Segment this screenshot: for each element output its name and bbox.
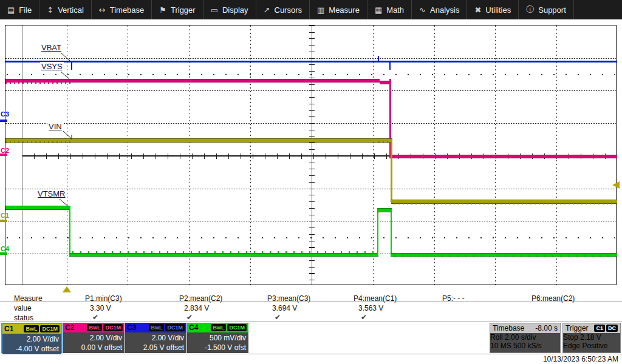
trigger-icon: ⚑ — [159, 5, 166, 15]
menu-item-trigger[interactable]: ⚑Trigger — [152, 0, 203, 19]
channel-scale: 2.00 V/div — [66, 333, 122, 343]
trace-label-vtsmr: VTSMR — [36, 189, 67, 198]
trace-label-vin: VIN — [47, 122, 63, 131]
menu-item-label: Cursors — [275, 5, 302, 15]
measure-p4-value: 3.563 V — [358, 304, 383, 312]
channel-scale: 2.00 V/div — [5, 334, 59, 344]
coupling-badge: DC1M — [40, 325, 60, 332]
channel-offset-marker-c1[interactable] — [0, 220, 7, 222]
trace-vin-falling-edge — [391, 138, 392, 202]
trace-vbat-notch — [378, 56, 379, 61]
timebase-title: Timebase — [493, 324, 524, 332]
bandwidth-limit-badge: BwL — [211, 324, 226, 331]
trace-vin-noise — [5, 141, 73, 143]
timebase-record-length: 10 MS — [490, 342, 511, 350]
timebase-box[interactable]: Timebase -8.00 s Roll 2.00 s/div 10 MS 5… — [490, 323, 561, 353]
timebase-position: -8.00 s — [535, 324, 558, 332]
measure-p2-status: ✔ — [186, 313, 193, 322]
menu-item-support[interactable]: ⓘSupport — [519, 0, 574, 19]
trace-vbat-notch — [71, 62, 72, 70]
measure-row-header: value — [14, 304, 32, 312]
coupling-badge: DC1M — [227, 324, 247, 331]
channel-scale: 2.00 V/div — [128, 333, 184, 343]
channel-marker-label-c4: C4 — [1, 245, 9, 252]
cursors-icon: ↗ — [264, 5, 270, 15]
vertical-icon: ↕ — [47, 5, 53, 15]
channel-marker-label-c1: C1 — [1, 212, 9, 219]
menu-item-label: Analysis — [430, 5, 459, 15]
trigger-title: Trigger — [566, 324, 589, 332]
channel-offset-marker-c2[interactable] — [0, 153, 7, 156]
menu-item-label: Utilities — [485, 5, 511, 15]
menu-item-label: Support — [538, 5, 566, 15]
trigger-level: 2.18 V — [580, 333, 601, 342]
trace-vin-notch — [71, 135, 72, 140]
channel-box-c4[interactable]: C4 BwL DC1M 500 mV/div -1.500 V ofst — [187, 323, 248, 353]
menu-item-timebase[interactable]: ↔Timebase — [92, 0, 152, 19]
trace-vin-noise — [394, 203, 613, 204]
menu-item-analysis[interactable]: ∿Analysis — [412, 0, 467, 19]
menu-item-file[interactable]: ▤File — [0, 0, 39, 19]
trigger-coupling-badge: DC — [606, 325, 618, 332]
measure-separator-line — [0, 302, 622, 302]
timebase-sample-rate: 500 kS/s — [513, 342, 542, 350]
channel-offset-marker-c4[interactable] — [0, 252, 7, 255]
trace-vtsmr-pulse1 — [5, 206, 70, 210]
trigger-level-marker[interactable] — [612, 181, 620, 189]
trace-vtsmr-edge — [377, 208, 378, 257]
measure-p1-status: ✔ — [92, 313, 98, 322]
channel-box-c2[interactable]: C2 BwL DC1M 2.00 V/div 0.00 V offset — [63, 323, 125, 353]
footer-separator-line — [0, 354, 622, 354]
cursor-line[interactable] — [22, 25, 22, 285]
measure-icon: ▥ — [317, 5, 324, 15]
trace-vsys-low — [389, 155, 617, 158]
menu-item-display[interactable]: ▭Display — [203, 0, 256, 19]
menu-item-cursors[interactable]: ↗Cursors — [256, 0, 310, 19]
menu-item-utilities[interactable]: ✖Utilities — [467, 0, 519, 19]
channel-box-c1[interactable]: C1 BwL DC1M 2.00 V/div -4.00 V offset — [1, 323, 63, 353]
trace-vtsmr-pulse2 — [377, 208, 392, 212]
utilities-icon: ✖ — [474, 5, 481, 15]
measure-row-header: status — [14, 314, 33, 322]
trace-vbat-notch — [389, 62, 391, 70]
menu-item-label: Timebase — [110, 5, 145, 15]
menu-item-vertical[interactable]: ↕Vertical — [39, 0, 92, 19]
bandwidth-limit-badge: BwL — [149, 324, 164, 331]
trigger-type: Edge — [563, 342, 580, 350]
center-vertical-axis — [312, 25, 312, 285]
trace-vtsmr-low — [69, 253, 378, 257]
trigger-position-marker[interactable] — [63, 286, 71, 292]
support-icon: ⓘ — [526, 4, 534, 15]
trigger-box[interactable]: Trigger C1 DC Stop 2.18 V Edge Positive — [562, 323, 621, 353]
measure-table: Measure value status P1:min(C3) 3.30 V ✔… — [0, 292, 622, 322]
channel-marker-label-c3: C3 — [1, 110, 9, 118]
channel-offset: 0.00 V offset — [66, 343, 122, 352]
measure-p3-value: 3.694 V — [272, 304, 297, 312]
menu-item-measure[interactable]: ▥Measure — [310, 0, 367, 19]
trace-label-vsys: VSYS — [40, 62, 64, 71]
trace-vsys-noise — [5, 82, 72, 84]
menu-item-label: File — [19, 5, 32, 15]
trace-label-vbat: VBAT — [40, 43, 63, 52]
measure-p4-status: ✔ — [361, 313, 367, 322]
channel-id: C4 — [189, 323, 198, 332]
menu-item-label: Measure — [329, 5, 360, 15]
timebase-scale: 2.00 s/div — [505, 333, 536, 342]
timebase-icon: ↔ — [99, 5, 106, 15]
analysis-icon: ∿ — [419, 5, 426, 15]
channel-offset: -1.500 V ofst — [190, 343, 246, 352]
trigger-source-badge: C1 — [594, 325, 605, 332]
timebase-mode: Roll — [490, 333, 503, 342]
channel-offset: -4.00 V offset — [5, 344, 59, 354]
channel-offset: 2.05 V offset — [128, 343, 184, 352]
descriptor-separator-line — [0, 322, 622, 322]
menu-item-label: Math — [386, 5, 404, 15]
menu-item-label: Trigger — [171, 5, 196, 15]
trace-vbat — [5, 61, 617, 62]
channel-box-c3[interactable]: C3 BwL DC1M 2.00 V/div 2.05 V offset — [125, 323, 186, 353]
menu-item-math[interactable]: ▦Math — [367, 0, 412, 19]
menu-item-label: Display — [222, 5, 248, 15]
coupling-badge: DC1M — [165, 324, 185, 331]
channel-offset-marker-c3[interactable] — [0, 120, 7, 122]
math-icon: ▦ — [375, 5, 382, 15]
